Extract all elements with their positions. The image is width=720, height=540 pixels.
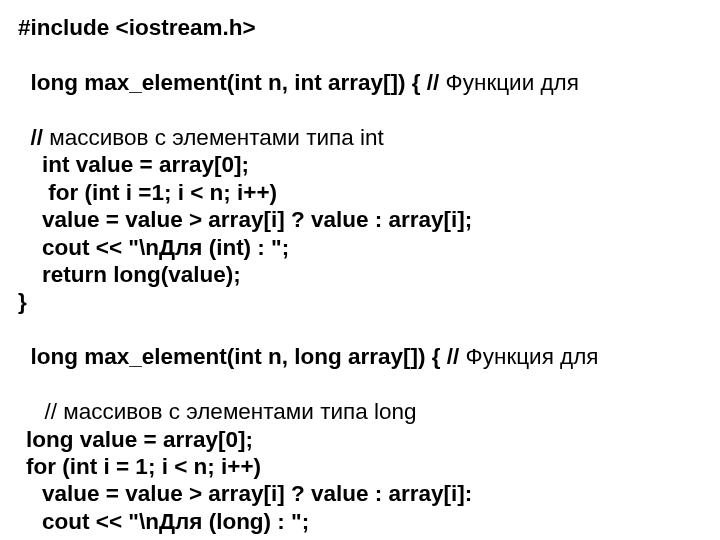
code-line-func2-comment: // массивов с элементами типа long [18, 371, 702, 426]
code-line-func2-assign: value = value > array[i] ? value : array… [18, 480, 702, 507]
code-line-func1-comment: // массивов с элементами типа int [18, 96, 702, 151]
code-line-func1-return: return long(value); [18, 261, 702, 288]
code-line-func1-for: for (int i =1; i < n; i++) [18, 179, 702, 206]
code-line-include: #include <iostream.h> [18, 14, 702, 41]
code-line-func2-return: return value; [18, 535, 702, 540]
code-line-func2-for: for (int i = 1; i < n; i++) [18, 453, 702, 480]
code-comment: массивов с элементами типа long [63, 399, 416, 424]
code-line-func1-value: int value = array[0]; [18, 151, 702, 178]
code-text: // [31, 125, 50, 150]
code-line-func1-close: } [18, 288, 702, 315]
code-line-func2-cout: cout << "\nДля (long) : "; [18, 508, 702, 535]
code-text: long mах_element(int n, int array[]) { /… [31, 70, 446, 95]
code-line-func2-value: long value = array[0]; [18, 426, 702, 453]
code-line-func2-decl: long mах_element(int n, long array[]) { … [18, 316, 702, 371]
code-text: // [45, 399, 64, 424]
code-text: long mах_element(int n, long array[]) { … [31, 344, 466, 369]
code-line-func1-cout: cout << "\nДля (int) : "; [18, 234, 702, 261]
code-comment: массивов с элементами типа int [49, 125, 383, 150]
code-comment: Функция для [466, 344, 599, 369]
code-comment: Функции для [446, 70, 579, 95]
code-line-func1-assign: value = value > array[i] ? value : array… [18, 206, 702, 233]
code-line-func1-decl: long mах_element(int n, int array[]) { /… [18, 41, 702, 96]
